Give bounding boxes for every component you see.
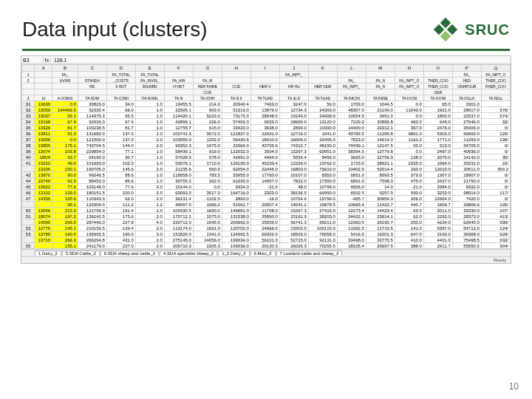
sheet-tab[interactable]: 1.Dairy_2 (35, 250, 61, 256)
table-row[interactable]: 13710266.3266294.8431.02.0275145.014056.… (22, 237, 511, 243)
spreadsheet-grid[interactable]: ABCDEFGHIJKLMNOPQ 1FA_FA_TOTALFA_TOTALFA… (21, 64, 511, 249)
col-header[interactable]: F (164, 65, 193, 72)
table-row[interactable]: 5212770145.1210156.5129.42.0113174.01691… (22, 225, 511, 231)
svg-marker-0 (440, 18, 451, 28)
col-header[interactable]: E (135, 65, 164, 72)
fx-icon[interactable]: fx (44, 58, 51, 63)
col-header[interactable]: N (395, 65, 423, 72)
svg-marker-1 (434, 24, 444, 35)
col-header[interactable]: M (366, 65, 395, 72)
table-row[interactable]: 441974091.588452.089.61.039755.2262.0610… (22, 178, 511, 184)
col-header[interactable]: G (193, 65, 222, 72)
spreadsheet-app: B3 fx 128.1 ABCDEFGHIJKLMNOPQ 1FA_FA_TOT… (21, 55, 511, 264)
col-header[interactable]: D (106, 65, 135, 72)
table-row[interactable]: 40185/933.764190.030.71.057028.5578.0429… (22, 154, 511, 160)
sheet-tab-bar: 1.Dairy_25.SDA Cattle_26.SDA sheep and c… (21, 249, 511, 256)
sheet-tab[interactable]: 6.Misc_2 (250, 250, 276, 256)
col-header[interactable]: L (337, 65, 366, 72)
table-row[interactable]: 4714330165.6110343.362.02.036131.4-1102.… (22, 196, 511, 202)
sruc-diamond-icon (432, 16, 459, 43)
table-row[interactable]: 361381131.0131682.0137.01.0100741.33072.… (22, 131, 511, 137)
col-header[interactable]: O (423, 65, 452, 72)
table-row[interactable]: 55135.1241179.0227.02.0205710.32205.3193… (22, 243, 511, 249)
col-header[interactable]: C (78, 65, 106, 72)
table-row[interactable]: 411322249.0101693.0102.01.053076.11710.0… (22, 160, 511, 166)
table-row[interactable]: 13200150.1190705.0145.62.021235.6560.062… (22, 166, 511, 172)
table-row[interactable]: 3213059164466.932320.466.01.022505.1903.… (22, 107, 511, 113)
table-row[interactable]: 3913074103.8229854.077.11.058439.1919.01… (22, 149, 511, 154)
table-row[interactable]: 451352277.6103148.077.62.010144.00.09324… (22, 184, 511, 190)
col-header[interactable]: H (222, 65, 250, 72)
table-row[interactable]: 331303759.1114975.395.51.0114420.15223.0… (22, 113, 511, 119)
table-row[interactable]: 421387090.099246.588.61.0118058.0783.553… (22, 172, 511, 178)
status-bar: Ready (21, 256, 511, 263)
table-row[interactable]: 14590296.0287446.0227.84.0229712.01545.0… (22, 219, 511, 225)
table-row[interactable]: 341316867.992926.067.91.042899.1226.0574… (22, 119, 511, 125)
table-row[interactable]: 37139560.0121500.0137.02.0103055.01252.0… (22, 137, 511, 143)
brand-text: SRUC (465, 21, 510, 38)
sheet-tab[interactable]: 1_2.Dairy_2 (218, 250, 249, 256)
table-row[interactable]: 3813800175.1743704.5144.02.099352.31475.… (22, 143, 511, 149)
sheet-tab[interactable]: 5.SDA Cattle_2 (62, 250, 100, 256)
table-row[interactable]: 351332981.7100238.581.71.012755.7615.019… (22, 125, 511, 131)
table-row[interactable]: 5118074197.2136242.5175.62.0170712.11575… (22, 214, 511, 219)
table-row[interactable]: 5313780190.0195905.5190.03.0151820.01341… (22, 231, 511, 237)
table-row[interactable]: 98.1122904.0111.21.249097.01066.251561.7… (22, 202, 511, 208)
col-header[interactable]: I (250, 65, 279, 72)
svg-marker-2 (447, 24, 457, 35)
formula-bar: B3 fx 128.1 (21, 56, 511, 64)
page-title: Data input (clusters) (22, 18, 208, 41)
sheet-tab[interactable]: 7.Lowland cattle and sheep_2 (276, 250, 343, 256)
brand-logo: SRUC (432, 16, 510, 43)
sheet-tab[interactable]: 4.SDA specialist sheep_2 (160, 250, 217, 256)
table-row[interactable]: 4613102139.0180151.5100.02.063093.03517.… (22, 190, 511, 196)
col-header[interactable]: A (35, 65, 52, 72)
table-row[interactable]: 31136300.030823.034.01.013455.5214.02034… (22, 101, 511, 107)
col-header[interactable]: K (308, 65, 337, 72)
col-header[interactable]: P (452, 65, 481, 72)
sheet-tab[interactable]: 6.SDA sheep and cattle_2 (100, 250, 159, 256)
col-header[interactable]: Q (481, 65, 510, 72)
col-header[interactable]: J (279, 65, 308, 72)
col-header[interactable]: B (52, 65, 78, 72)
table-row[interactable]: 5013046215.3121756.9191.41.0104330.51690… (22, 208, 511, 214)
formula-value[interactable]: 128.1 (51, 58, 67, 63)
slide-number: 10 (509, 381, 519, 392)
name-box[interactable]: B3 (21, 58, 44, 63)
svg-marker-3 (440, 31, 451, 41)
header-divider (22, 49, 510, 51)
